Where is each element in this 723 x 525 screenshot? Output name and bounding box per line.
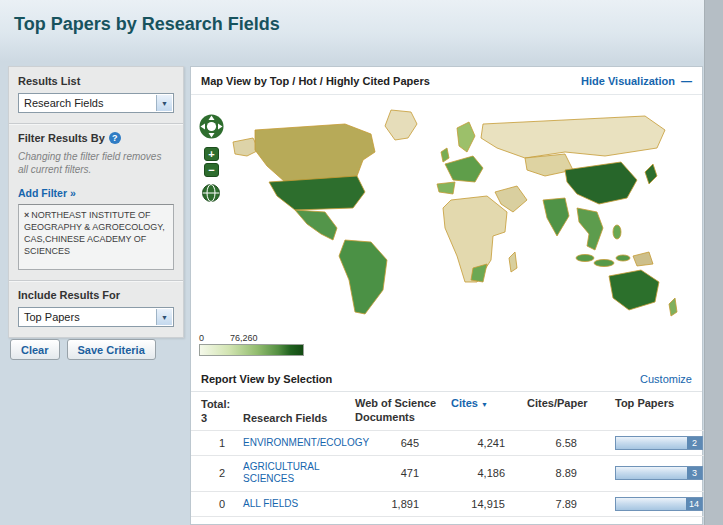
clear-button[interactable]: Clear [10,339,60,360]
cites-per-paper-value: 6.58 [521,430,609,455]
screen: Top Papers by Research Fields Results Li… [0,0,723,525]
field-link[interactable]: ALL FIELDS [243,498,298,511]
column-cites-sort[interactable]: Cites ▼ [445,392,521,430]
zoom-in-button[interactable]: + [204,147,219,161]
column-top-papers: Top Papers [609,392,704,430]
world-map[interactable] [225,100,687,328]
top-papers-bar: 3 [615,466,703,480]
right-gutter [704,0,723,525]
map-legend: 0 76,260 [199,333,304,356]
top-papers-value: 14 [686,498,702,510]
globe-reset-button[interactable] [201,183,221,203]
save-criteria-button[interactable]: Save Criteria [67,339,156,360]
report-table: Total: 3 Research Fields Web of Science … [191,392,704,517]
filter-chip-text: NORTHEAST INSTITUTE OF GEOGRAPHY & AGROE… [24,210,165,256]
chevron-down-icon: ▼ [156,95,172,111]
cites-value: 4,241 [445,430,521,455]
filter-chip: ×NORTHEAST INSTITUTE OF GEOGRAPHY & AGRO… [18,204,174,270]
cites-per-paper-value: 8.89 [521,455,609,491]
zoom-out-button[interactable]: − [204,163,219,177]
column-research-fields: Research Fields [237,392,349,430]
legend-gradient [199,344,304,356]
total-value: 3 [201,411,231,425]
table-row: 0 ALL FIELDS 1,891 14,915 7.89 14 [191,491,704,516]
page-header: Top Papers by Research Fields [0,0,723,62]
column-wos-documents: Web of Science Documents [349,392,445,430]
field-link[interactable]: ENVIRONMENT/ECOLOGY [243,437,369,450]
minimize-icon: — [681,75,692,87]
total-label: Total: 3 [197,397,231,426]
row-rank: 2 [191,455,237,491]
page-title: Top Papers by Research Fields [14,14,280,35]
docs-value: 1,891 [349,491,445,516]
results-list-value: Research Fields [24,97,103,109]
help-icon[interactable]: ? [109,132,121,144]
cites-value: 4,186 [445,455,521,491]
row-rank: 1 [191,430,237,455]
sidebar: Results List Research Fields ▼ Filter Re… [8,66,184,338]
legend-min-label: 0 [199,333,204,343]
add-filter-link[interactable]: Add Filter » [18,187,76,199]
cites-per-paper-value: 7.89 [521,491,609,516]
docs-value: 471 [349,455,445,491]
filter-note: Changing the filter field removes all cu… [18,150,174,176]
hide-visualization-link[interactable]: Hide Visualization — [581,75,692,87]
row-rank: 0 [191,491,237,516]
column-cites-per-paper: Cites/Paper [521,392,609,430]
include-results-section: Include Results For Top Papers ▼ [9,280,183,337]
map-pan-control[interactable] [198,113,225,140]
table-row: 1 ENVIRONMENT/ECOLOGY 645 4,241 6.58 2 [191,430,704,455]
include-results-label: Include Results For [18,289,174,301]
include-results-select[interactable]: Top Papers ▼ [18,307,174,327]
results-list-select[interactable]: Research Fields ▼ [18,93,174,113]
main-panel: Map View by Top / Hot / Highly Cited Pap… [190,66,703,525]
top-papers-bar: 14 [615,497,703,511]
report-view-header: Report View by Selection Customize [191,367,702,392]
sort-caret-icon: ▼ [481,401,488,408]
field-link[interactable]: AGRICULTURAL SCIENCES [243,461,343,486]
results-list-label: Results List [18,75,174,87]
results-list-section: Results List Research Fields ▼ [9,67,183,123]
map-view-header: Map View by Top / Hot / Highly Cited Pap… [191,67,702,95]
map-region: + − [191,95,702,367]
report-view-title: Report View by Selection [201,373,332,385]
filter-section: Filter Results By? Changing the filter f… [9,123,183,280]
top-papers-value: 3 [687,467,702,479]
filter-results-label: Filter Results By? [18,132,174,144]
sidebar-buttons: Clear Save Criteria [10,339,156,360]
customize-link[interactable]: Customize [640,373,692,385]
table-row: 2 AGRICULTURAL SCIENCES 471 4,186 8.89 3 [191,455,704,491]
legend-max-label: 76,260 [230,333,258,343]
remove-filter-icon[interactable]: × [24,210,29,220]
table-header-row: Total: 3 Research Fields Web of Science … [191,392,704,430]
chevron-down-icon: ▼ [156,309,172,325]
cites-value: 14,915 [445,491,521,516]
top-papers-value: 2 [687,437,702,449]
map-view-title: Map View by Top / Hot / Highly Cited Pap… [201,75,430,87]
include-results-value: Top Papers [24,311,80,323]
top-papers-bar: 2 [615,436,703,450]
